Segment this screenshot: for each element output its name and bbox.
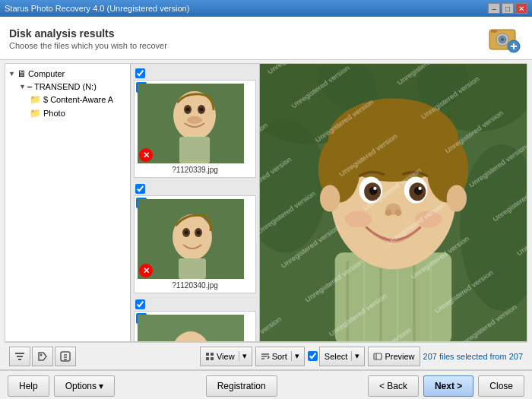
svg-point-3 xyxy=(501,38,504,41)
select-dropdown-button[interactable]: Select ▾ xyxy=(319,347,366,366)
header-section: Disk analysis results Choose the files w… xyxy=(0,17,532,60)
svg-point-21 xyxy=(197,231,201,235)
toolbar-left-buttons xyxy=(9,347,76,366)
file-tree[interactable]: ▼ Computer ▼ ━ TRANSEND (N:) 📁 $ Content… xyxy=(5,64,131,341)
svg-point-14 xyxy=(187,116,202,124)
tree-label-transend: TRANSEND (N:) xyxy=(34,82,97,91)
svg-rect-7 xyxy=(513,43,515,49)
options-label: Options xyxy=(65,381,97,391)
folder-icon-content: 📁 xyxy=(30,94,41,105)
page-subtitle: Choose the files which you wish to recov… xyxy=(9,41,167,50)
svg-point-52 xyxy=(395,209,402,216)
tree-item-photo[interactable]: 📁 Photo xyxy=(5,106,130,120)
delete-icon-1[interactable]: ✕ xyxy=(139,148,153,162)
select-dropdown-arrow: ▾ xyxy=(351,351,359,361)
folder-icon-photo: 📁 xyxy=(30,108,41,119)
svg-rect-15 xyxy=(179,137,210,163)
select-all-checkbox-2[interactable] xyxy=(135,184,145,194)
thumb-label-2: ?1120340.jpg xyxy=(138,281,252,290)
tree-arrow-2: ▼ xyxy=(19,83,26,90)
page-title: Disk analysis results xyxy=(9,27,167,40)
select-all-checkbox-3[interactable] xyxy=(135,299,145,309)
bottom-left-buttons: Help Options ▾ xyxy=(8,375,115,397)
svg-point-48 xyxy=(373,187,376,190)
help-button[interactable]: Help xyxy=(8,375,49,397)
tree-label-content-aware: $ Content-Aware A xyxy=(43,95,113,104)
thumb-image-3[interactable] xyxy=(138,315,244,341)
header-text: Disk analysis results Choose the files w… xyxy=(9,27,167,50)
thumbnail-panel[interactable]: ✕ ?1120339.jpg xyxy=(131,64,260,341)
thumbnail-item-1: ✕ ?1120339.jpg xyxy=(134,80,256,178)
window-title: Starus Photo Recovery 4.0 (Unregistered … xyxy=(5,4,189,13)
bottom-right-buttons: < Back Next > Close xyxy=(368,375,524,397)
svg-rect-69 xyxy=(211,353,214,356)
preview-label: Preview xyxy=(385,352,414,361)
main-area: ▼ Computer ▼ ━ TRANSEND (N:) 📁 $ Content… xyxy=(5,63,527,342)
computer-icon xyxy=(17,68,26,79)
svg-point-13 xyxy=(200,108,204,112)
thumbnail-item-3 xyxy=(134,311,256,341)
svg-rect-59 xyxy=(15,353,24,354)
svg-rect-60 xyxy=(17,356,23,357)
select-all-checkbox[interactable] xyxy=(135,68,145,78)
thumbnail-container: ✕ ?1120339.jpg xyxy=(131,64,259,341)
select-checkbox[interactable] xyxy=(308,351,318,361)
thumb-label-1: ?1120339.jpg xyxy=(138,166,252,174)
svg-point-49 xyxy=(418,187,421,190)
thumb-image-1[interactable]: ✕ xyxy=(138,84,244,163)
delete-icon-2[interactable]: ✕ xyxy=(139,264,153,277)
preview-button[interactable]: Preview xyxy=(368,347,420,366)
select-label: Select xyxy=(325,352,348,361)
toolbar: View ▾ Sort ▾ Select ▾ Preview 207 files… xyxy=(5,342,527,369)
svg-point-12 xyxy=(186,108,190,112)
bottom-center: Registration xyxy=(206,375,277,397)
svg-point-51 xyxy=(385,209,392,216)
svg-point-63 xyxy=(40,353,43,356)
back-button[interactable]: < Back xyxy=(368,375,419,397)
svg-point-55 xyxy=(345,211,372,227)
svg-rect-61 xyxy=(18,359,21,360)
svg-point-56 xyxy=(415,211,442,227)
toolbar-right-controls: View ▾ Sort ▾ Select ▾ Preview 207 files… xyxy=(200,347,523,366)
thumbnail-item-2: ✕ ?1120340.jpg xyxy=(134,195,256,293)
svg-marker-62 xyxy=(39,353,46,360)
registration-button[interactable]: Registration xyxy=(206,375,277,397)
tree-arrow: ▼ xyxy=(8,70,15,78)
svg-rect-71 xyxy=(211,357,214,360)
svg-rect-4 xyxy=(491,30,497,33)
options-arrow: ▾ xyxy=(99,381,103,391)
filter-button[interactable] xyxy=(9,347,30,366)
close-button[interactable]: Close xyxy=(478,375,524,397)
sort-label: Sort xyxy=(272,352,287,361)
options-button[interactable]: Options ▾ xyxy=(54,375,116,397)
view-dropdown-arrow: ▾ xyxy=(239,351,247,361)
svg-rect-22 xyxy=(179,258,206,279)
tree-item-content-aware[interactable]: 📁 $ Content-Aware A xyxy=(5,93,130,106)
preview-panel: Unregistered version xyxy=(260,64,527,341)
close-window-button[interactable]: ✕ xyxy=(515,3,527,14)
sort-dropdown-button[interactable]: Sort ▾ xyxy=(255,347,305,366)
title-bar: Starus Photo Recovery 4.0 (Unregistered … xyxy=(0,0,532,17)
svg-point-20 xyxy=(185,231,188,235)
view-label: View xyxy=(217,352,235,361)
minimize-button[interactable]: – xyxy=(488,3,500,14)
file-count: 207 files selected from 207 xyxy=(423,352,523,361)
svg-point-54 xyxy=(447,185,467,211)
tag-button[interactable] xyxy=(32,347,53,366)
window-controls: – □ ✕ xyxy=(488,3,527,14)
info-button[interactable] xyxy=(55,347,76,366)
bottom-bar: Help Options ▾ Registration < Back Next … xyxy=(0,369,532,399)
maximize-button[interactable]: □ xyxy=(502,3,514,14)
svg-rect-68 xyxy=(206,353,209,356)
tree-item-transend[interactable]: ▼ ━ TRANSEND (N:) xyxy=(5,81,130,93)
drive-icon: ━ xyxy=(27,83,32,91)
tree-label-photo: Photo xyxy=(43,109,65,118)
svg-point-53 xyxy=(320,185,340,211)
next-button[interactable]: Next > xyxy=(423,375,473,397)
header-icon xyxy=(486,23,523,55)
view-dropdown-button[interactable]: View ▾ xyxy=(200,347,252,366)
thumb-image-2[interactable]: ✕ xyxy=(138,199,244,279)
tree-item-computer[interactable]: ▼ Computer xyxy=(5,67,130,81)
svg-rect-70 xyxy=(206,357,209,360)
tree-label-computer: Computer xyxy=(28,69,65,78)
